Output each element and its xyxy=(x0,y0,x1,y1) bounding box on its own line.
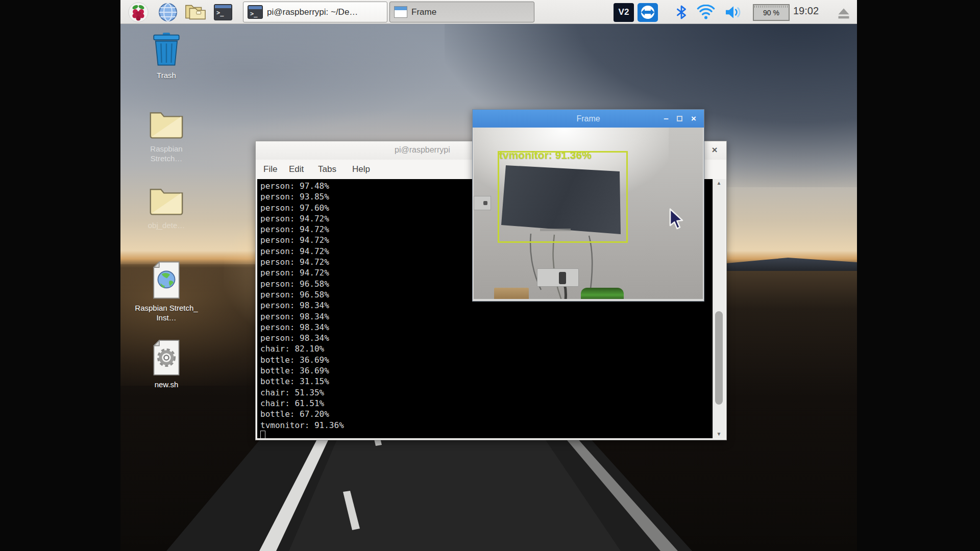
web-browser-icon xyxy=(158,2,178,22)
taskbar-task-terminal[interactable]: >_ pi@raspberrypi: ~/De… xyxy=(243,2,387,22)
terminal-icon: >_ xyxy=(214,4,232,20)
desktop-icon-trash[interactable]: Trash xyxy=(133,33,200,80)
close-icon[interactable]: × xyxy=(709,144,720,156)
menu-file[interactable]: File xyxy=(263,162,289,177)
minimize-icon[interactable]: – xyxy=(663,111,670,127)
globe-document-icon xyxy=(153,261,180,299)
terminal-launcher-button[interactable]: >_ xyxy=(212,2,234,22)
terminal-scrollbar[interactable]: ▲ ▼ xyxy=(713,179,725,438)
scroll-up-icon[interactable]: ▲ xyxy=(713,179,725,187)
bluetooth-icon xyxy=(675,4,688,20)
desktop-icon-raspbian-stretch[interactable]: Raspbian Stretch… xyxy=(133,109,200,163)
close-icon[interactable]: × xyxy=(690,114,698,124)
menu-button[interactable] xyxy=(128,2,149,22)
green-bag xyxy=(581,288,624,299)
cpu-usage-monitor[interactable]: 90 % xyxy=(753,4,790,21)
desktop: Trash Raspbian Stretch… obj_dete… xyxy=(120,0,857,551)
trash-icon xyxy=(152,33,181,66)
desktop-icon-label: Raspbian Stretch_ Inst… xyxy=(133,303,200,322)
detection-bounding-box xyxy=(498,151,628,243)
taskbar-task-frame[interactable]: Frame xyxy=(389,2,534,22)
task-label: Frame xyxy=(411,7,436,17)
raspberry-menu-icon xyxy=(128,2,149,22)
mouse-cursor xyxy=(669,208,684,233)
volume-tray-button[interactable] xyxy=(723,3,744,22)
vnc-tray-button[interactable]: V2 xyxy=(613,3,634,22)
folder-icon xyxy=(148,186,185,216)
file-manager-button[interactable] xyxy=(185,2,206,22)
scroll-down-icon[interactable]: ▼ xyxy=(713,430,725,438)
teamviewer-tray-button[interactable] xyxy=(637,3,658,22)
power-socket-plate xyxy=(537,268,579,287)
terminal-icon: >_ xyxy=(248,5,263,19)
eject-button[interactable] xyxy=(833,4,854,23)
power-plug xyxy=(559,272,566,284)
cpu-usage-value: 90 % xyxy=(763,9,779,17)
taskbar: >_ >_ pi@raspberrypi: ~/De… Frame V2 xyxy=(120,0,857,24)
detection-label: tvmonitor: 91.36% xyxy=(499,149,592,161)
desktop-icon-raspbian-installer[interactable]: Raspbian Stretch_ Inst… xyxy=(133,261,200,322)
teamviewer-icon xyxy=(638,3,658,22)
folder-icon xyxy=(148,109,185,140)
maximize-icon[interactable] xyxy=(677,116,682,121)
desktop-icon-label: obj_dete… xyxy=(133,220,200,230)
eject-icon xyxy=(837,7,851,20)
frame-titlebar[interactable]: Frame – × xyxy=(473,110,704,128)
camera-view: tvmonitor: 91.36% xyxy=(474,128,703,299)
desktop-icon-obj-folder[interactable]: obj_dete… xyxy=(133,186,200,230)
desktop-icon-new-sh[interactable]: new.sh xyxy=(133,340,200,389)
wifi-tray-button[interactable] xyxy=(695,3,717,22)
menu-tabs[interactable]: Tabs xyxy=(318,162,352,177)
bluetooth-tray-button[interactable] xyxy=(673,3,690,22)
scrollbar-thumb[interactable] xyxy=(715,311,723,405)
desktop-icon-label: Trash xyxy=(133,70,200,80)
web-browser-button[interactable] xyxy=(157,2,179,22)
menu-edit[interactable]: Edit xyxy=(289,162,318,177)
wifi-icon xyxy=(697,5,715,20)
frame-window: Frame – × xyxy=(472,109,704,302)
terminal-cursor xyxy=(260,431,265,438)
vnc-icon: V2 xyxy=(614,3,634,22)
window-icon xyxy=(394,6,407,18)
frame-window-controls: – × xyxy=(663,110,698,128)
task-label: pi@raspberrypi: ~/De… xyxy=(267,7,358,17)
desktop-icon-label: new.sh xyxy=(133,380,200,389)
cardboard-box xyxy=(494,288,529,299)
volume-icon xyxy=(724,5,743,20)
terminal-title: pi@raspberrypi xyxy=(395,145,450,155)
screen: Trash Raspbian Stretch… obj_dete… xyxy=(0,0,980,551)
desktop-icon-label: Raspbian Stretch… xyxy=(133,144,200,163)
file-manager-icon xyxy=(185,3,206,21)
menu-help[interactable]: Help xyxy=(352,162,383,177)
shell-script-icon xyxy=(153,340,180,375)
clock[interactable]: 19:02 xyxy=(793,5,829,17)
